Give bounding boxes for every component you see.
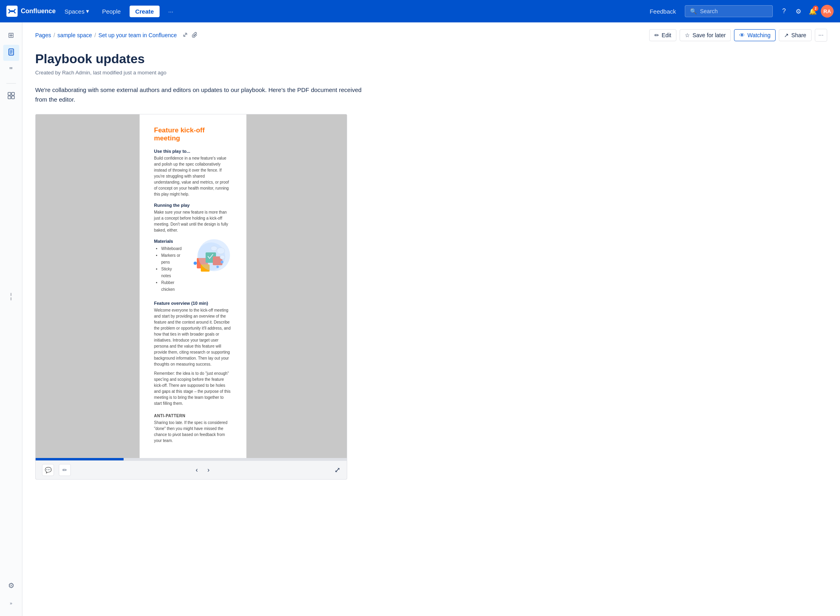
page-actions: ✏ Edit ☆ Save for later 👁 Watching ↗ Sha… [649,29,827,42]
confluence-logo[interactable]: Confluence [6,6,56,17]
star-icon: ☆ [685,32,690,38]
share-button[interactable]: ↗ Share [779,29,811,41]
pdf-section1-text: Build confidence in a new feature's valu… [154,155,232,197]
logo-icon [6,6,18,17]
pdf-toolbar-right: ⤢ [334,466,340,474]
quote-icon: " [10,65,13,76]
more-horizontal-icon: ··· [818,32,824,38]
pdf-right-margin [298,114,347,458]
pdf-left-margin [36,114,88,458]
page-title: Playbook updates [35,51,370,66]
help-button[interactable]: ? [778,5,790,18]
gear-icon: ⚙ [8,581,14,590]
edit-icon: ✏ [654,32,659,38]
create-button[interactable]: Create [130,6,160,17]
spaces-label: Spaces [64,8,84,15]
pdf-comment-button[interactable]: 💬 [42,464,54,476]
breadcrumb-current: Set up your team in Confluence [98,32,177,38]
pdf-expand-button[interactable]: ⤢ [334,466,340,474]
pdf-section2-text: Make sure your new feature is more than … [154,209,232,233]
breadcrumb-sep-1: / [54,32,55,38]
list-item: Whiteboard [161,245,182,252]
share-icon: ↗ [784,32,789,38]
pdf-viewer: Feature kick-off meeting Use this play t… [35,114,347,480]
pdf-section4-text2: Remember: the idea is to do "just enough… [154,370,232,406]
pdf-antipattern-title: ANTI-PATTERN [154,414,232,418]
nav-icons: ? ⚙ 🔔 2 RA [778,5,834,18]
pdf-toolbar-center: ‹ › [192,465,213,475]
people-label: People [102,8,121,15]
edit-button[interactable]: ✏ Edit [649,29,676,41]
sidebar-item-database[interactable] [3,88,19,104]
copy-link-icon[interactable] [182,31,189,40]
search-icon: 🔍 [690,8,697,14]
page-meta: Created by Rach Admin, last modified jus… [35,70,370,76]
pdf-toolbar-left: 💬 ✏ [42,464,71,476]
svg-rect-5 [8,92,11,95]
list-item: Markers or pens [161,252,182,266]
avatar[interactable]: RA [821,5,834,18]
logo-text: Confluence [21,8,56,15]
pdf-antipattern-text: Sharing too late. If the spec is conside… [154,420,232,444]
comment-icon: 💬 [45,467,52,473]
more-actions-button[interactable]: ··· [815,29,827,42]
pdf-section2-title: Running the play [154,203,232,208]
sidebar-item-settings[interactable]: ⚙ [3,578,19,594]
sidebar-collapse-handle-top[interactable] [9,290,14,304]
pdf-section4-text1: Welcome everyone to the kick-off meeting… [154,307,232,367]
search-box[interactable]: 🔍 Search [685,5,773,17]
sidebar-item-pages[interactable] [3,45,19,61]
spaces-menu[interactable]: Spaces ▾ [60,5,93,17]
breadcrumb-sep-2: / [94,32,96,38]
pdf-toolbar: 💬 ✏ ‹ › ⤢ [36,460,347,479]
svg-rect-6 [12,92,14,95]
svg-rect-8 [12,96,14,99]
sidebar-expand-button[interactable]: » [3,595,19,611]
pdf-illustration [188,241,232,271]
more-menu[interactable]: ··· [164,6,178,17]
top-navigation: Confluence Spaces ▾ People Create ··· Fe… [0,0,840,22]
pencil-icon: ✏ [62,467,67,473]
list-item: Sticky notes [161,266,182,279]
breadcrumb-icons [182,31,198,40]
watching-button[interactable]: 👁 Watching [734,29,776,41]
sidebar-divider [6,83,16,84]
expand-icon: » [10,601,12,606]
sidebar-bottom: ⚙ » [3,578,19,611]
breadcrumb: Pages / sample space / Set up your team … [35,32,177,38]
people-nav[interactable]: People [98,6,125,17]
page-content-area: Playbook updates Created by Rach Admin, … [22,42,382,496]
pdf-next-button[interactable]: › [204,465,213,475]
list-item: Rubber chicken [161,279,182,293]
svg-point-17 [194,262,197,265]
sidebar: ⊞ " [0,22,22,616]
notifications-button[interactable]: 🔔 2 [806,5,819,18]
pdf-materials-row: Whiteboard Markers or pens Sticky notes … [154,245,232,295]
main-content: Pages / sample space / Set up your team … [22,22,840,616]
feedback-link[interactable]: Feedback [646,6,680,17]
settings-button[interactable]: ⚙ [792,5,805,18]
sidebar-item-quotes[interactable]: " [3,62,19,78]
pdf-edit-button[interactable]: ✏ [59,464,71,476]
settings-icon: ⚙ [796,8,801,15]
search-placeholder: Search [700,8,718,14]
page-body-text: We're collaborating with some external a… [35,85,370,104]
breadcrumb-space-link[interactable]: sample space [58,32,92,38]
notification-badge: 2 [813,6,818,11]
pages-icon [8,48,15,58]
more-dots-icon: ··· [168,8,174,15]
pdf-section4-title: Feature overview (10 min) [154,301,232,306]
database-icon [8,92,15,101]
pdf-prev-button[interactable]: ‹ [192,465,201,475]
svg-rect-7 [8,96,11,99]
breadcrumb-bar: Pages / sample space / Set up your team … [22,22,840,42]
attachment-icon[interactable] [191,31,198,40]
pdf-title: Feature kick-off meeting [154,126,232,142]
home-icon: ⊞ [8,31,14,40]
breadcrumb-pages-link[interactable]: Pages [35,32,51,38]
help-icon: ? [782,8,786,15]
sidebar-item-home[interactable]: ⊞ [3,27,19,43]
pdf-section1-title: Use this play to... [154,149,232,154]
save-for-later-button[interactable]: ☆ Save for later [680,29,731,41]
spaces-chevron-icon: ▾ [86,8,89,15]
